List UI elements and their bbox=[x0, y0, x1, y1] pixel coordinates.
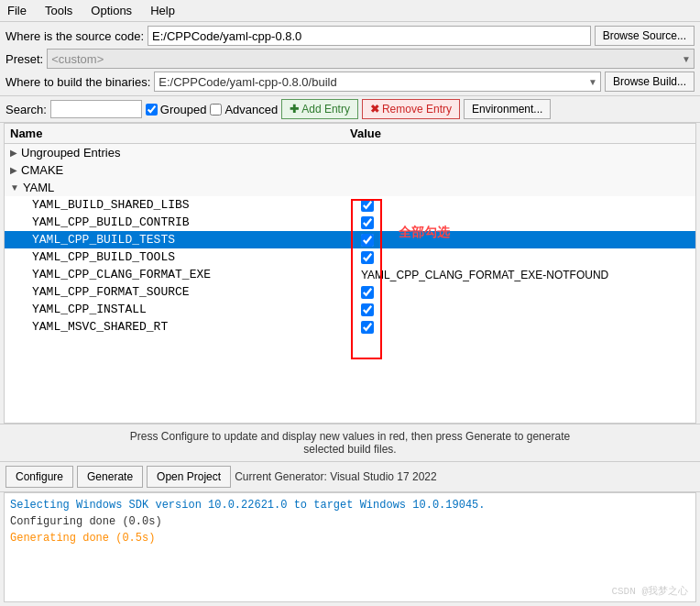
value-yaml-build-shared-libs bbox=[361, 199, 690, 212]
status-bar: Press Configure to update and display ne… bbox=[0, 424, 700, 461]
add-entry-icon: ✚ bbox=[290, 103, 299, 116]
group-cmake: ▶ CMAKE bbox=[5, 161, 695, 179]
row-yaml-cpp-build-tools[interactable]: YAML_CPP_BUILD_TOOLS bbox=[5, 248, 695, 266]
grouped-checkbox[interactable] bbox=[146, 104, 158, 116]
row-yaml-build-shared-libs[interactable]: YAML_BUILD_SHARED_LIBS bbox=[5, 196, 695, 214]
open-project-button[interactable]: Open Project bbox=[147, 466, 231, 488]
log-line-3: Generating done (0.5s) bbox=[10, 530, 690, 546]
build-select[interactable]: E:/CPPCode/yaml-cpp-0.8.0/build bbox=[154, 72, 601, 92]
menubar: File Tools Options Help bbox=[0, 0, 700, 22]
toolbar-row: Search: Grouped Advanced ✚ Add Entry ✖ R… bbox=[0, 96, 700, 123]
row-yaml-cpp-install[interactable]: YAML_CPP_INSTALL bbox=[5, 301, 695, 318]
value-yaml-cpp-clang-format-exe: YAML_CPP_CLANG_FORMAT_EXE-NOTFOUND bbox=[361, 269, 690, 281]
log-line-2: Configuring done (0.0s) bbox=[10, 513, 690, 530]
group-header-ungrouped[interactable]: ▶ Ungrouped Entries bbox=[5, 144, 695, 161]
source-input[interactable] bbox=[148, 26, 591, 46]
add-entry-label: Add Entry bbox=[301, 103, 350, 116]
col-name-header: Name bbox=[10, 127, 350, 140]
tree-area: ▶ Ungrouped Entries ▶ CMAKE ▼ YAML bbox=[5, 144, 695, 423]
checkbox-yaml-build-shared-libs[interactable] bbox=[361, 199, 374, 212]
name-yaml-cpp-format-source: YAML_CPP_FORMAT_SOURCE bbox=[32, 285, 361, 299]
generate-button[interactable]: Generate bbox=[77, 466, 143, 488]
name-yaml-cpp-build-contrib: YAML_CPP_BUILD_CONTRIB bbox=[32, 215, 361, 229]
value-yaml-cpp-build-tools bbox=[361, 251, 690, 264]
row-yaml-cpp-clang-format-exe[interactable]: YAML_CPP_CLANG_FORMAT_EXE YAML_CPP_CLANG… bbox=[5, 266, 695, 283]
group-label-ungrouped: Ungrouped Entries bbox=[21, 146, 120, 160]
checkbox-yaml-cpp-build-contrib[interactable] bbox=[361, 216, 374, 229]
row-yaml-cpp-format-source[interactable]: YAML_CPP_FORMAT_SOURCE bbox=[5, 283, 695, 301]
add-entry-button[interactable]: ✚ Add Entry bbox=[281, 99, 358, 119]
table-container: ▶ Ungrouped Entries ▶ CMAKE ▼ YAML bbox=[5, 144, 695, 423]
current-generator: Current Generator: Visual Studio 17 2022 bbox=[235, 470, 437, 483]
search-input[interactable] bbox=[50, 100, 142, 118]
preset-label: Preset: bbox=[5, 52, 43, 66]
arrow-cmake: ▶ bbox=[10, 165, 17, 175]
row-yaml-msvc-shared-rt[interactable]: YAML_MSVC_SHARED_RT bbox=[5, 318, 695, 336]
value-yaml-cpp-build-tests bbox=[361, 234, 690, 247]
build-label: Where to build the binaries: bbox=[5, 75, 150, 89]
name-yaml-cpp-clang-format-exe: YAML_CPP_CLANG_FORMAT_EXE bbox=[32, 268, 361, 281]
name-yaml-cpp-build-tools: YAML_CPP_BUILD_TOOLS bbox=[32, 250, 361, 264]
menu-help[interactable]: Help bbox=[147, 2, 179, 19]
menu-options[interactable]: Options bbox=[87, 2, 136, 19]
menu-tools[interactable]: Tools bbox=[41, 2, 76, 19]
checkbox-yaml-msvc-shared-rt[interactable] bbox=[361, 321, 374, 334]
search-label: Search: bbox=[5, 103, 47, 116]
group-header-yaml[interactable]: ▼ YAML bbox=[5, 179, 695, 196]
group-label-yaml: YAML bbox=[23, 181, 54, 194]
checkbox-yaml-cpp-format-source[interactable] bbox=[361, 286, 374, 299]
name-yaml-build-shared-libs: YAML_BUILD_SHARED_LIBS bbox=[32, 198, 361, 212]
row-yaml-cpp-build-contrib[interactable]: YAML_CPP_BUILD_CONTRIB bbox=[5, 214, 695, 231]
arrow-ungrouped: ▶ bbox=[10, 148, 17, 158]
name-yaml-msvc-shared-rt: YAML_MSVC_SHARED_RT bbox=[32, 320, 361, 334]
name-yaml-cpp-build-tests: YAML_CPP_BUILD_TESTS bbox=[32, 233, 361, 247]
bottom-buttons: Configure Generate Open Project Current … bbox=[0, 461, 700, 492]
grouped-checkbox-label[interactable]: Grouped bbox=[146, 103, 207, 116]
menu-file[interactable]: File bbox=[4, 2, 30, 19]
text-yaml-cpp-clang-format-exe: YAML_CPP_CLANG_FORMAT_EXE-NOTFOUND bbox=[361, 269, 608, 281]
name-yaml-cpp-install: YAML_CPP_INSTALL bbox=[32, 303, 361, 316]
group-ungrouped: ▶ Ungrouped Entries bbox=[5, 144, 695, 161]
log-line-1: Selecting Windows SDK version 10.0.22621… bbox=[10, 497, 690, 513]
browse-source-button[interactable]: Browse Source... bbox=[595, 26, 695, 46]
value-yaml-cpp-format-source bbox=[361, 286, 690, 299]
checkbox-yaml-cpp-build-tests[interactable] bbox=[361, 234, 374, 247]
row-yaml-cpp-build-tests[interactable]: YAML_CPP_BUILD_TESTS bbox=[5, 231, 695, 248]
build-row: Where to build the binaries: E:/CPPCode/… bbox=[5, 72, 695, 92]
table-header: Name Value bbox=[5, 124, 695, 144]
col-value-header: Value bbox=[350, 127, 690, 140]
advanced-label: Advanced bbox=[224, 103, 278, 116]
remove-entry-icon: ✖ bbox=[370, 103, 379, 116]
log-area: Selecting Windows SDK version 10.0.22621… bbox=[4, 492, 696, 602]
csdn-watermark: CSDN @我梦之心 bbox=[611, 584, 688, 598]
group-yaml: ▼ YAML YAML_BUILD_SHARED_LIBS YAML_CPP_B… bbox=[5, 179, 695, 336]
status-line1: Press Configure to update and display ne… bbox=[7, 430, 693, 443]
remove-entry-label: Remove Entry bbox=[382, 103, 452, 116]
advanced-checkbox[interactable] bbox=[210, 104, 222, 116]
checkbox-yaml-cpp-build-tools[interactable] bbox=[361, 251, 374, 264]
source-row: Where is the source code: Browse Source.… bbox=[5, 26, 695, 46]
checkbox-yaml-cpp-install[interactable] bbox=[361, 303, 374, 316]
arrow-yaml: ▼ bbox=[10, 182, 19, 193]
value-yaml-cpp-install bbox=[361, 303, 690, 316]
remove-entry-button[interactable]: ✖ Remove Entry bbox=[362, 99, 460, 119]
configure-button[interactable]: Configure bbox=[5, 466, 73, 488]
group-header-cmake[interactable]: ▶ CMAKE bbox=[5, 161, 695, 179]
advanced-checkbox-label[interactable]: Advanced bbox=[210, 103, 278, 116]
form-area: Where is the source code: Browse Source.… bbox=[0, 22, 700, 96]
preset-row: Preset: <custom> ▼ bbox=[5, 49, 695, 69]
browse-build-button[interactable]: Browse Build... bbox=[605, 72, 695, 92]
environment-button[interactable]: Environment... bbox=[464, 99, 551, 119]
status-line2: selected build files. bbox=[7, 443, 693, 456]
source-label: Where is the source code: bbox=[5, 29, 144, 43]
preset-select[interactable]: <custom> bbox=[47, 49, 695, 69]
value-yaml-msvc-shared-rt bbox=[361, 321, 690, 334]
value-yaml-cpp-build-contrib bbox=[361, 216, 690, 229]
group-label-cmake: CMAKE bbox=[21, 163, 63, 177]
main-content: Name Value ▶ Ungrouped Entries ▶ CMAKE bbox=[4, 123, 696, 424]
grouped-label: Grouped bbox=[160, 103, 207, 116]
